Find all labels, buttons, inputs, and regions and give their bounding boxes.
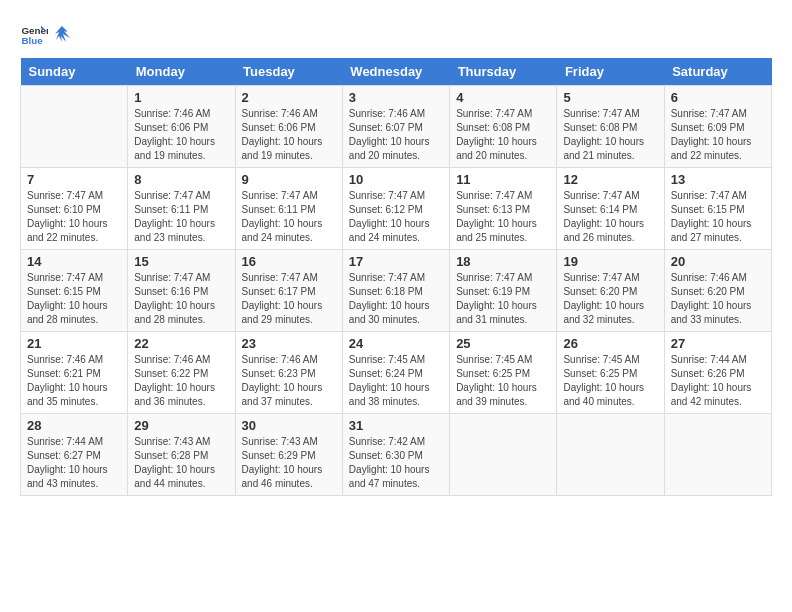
day-number: 31 — [349, 418, 443, 433]
calendar-cell: 9Sunrise: 7:47 AM Sunset: 6:11 PM Daylig… — [235, 168, 342, 250]
calendar-cell: 17Sunrise: 7:47 AM Sunset: 6:18 PM Dayli… — [342, 250, 449, 332]
day-info: Sunrise: 7:45 AM Sunset: 6:25 PM Dayligh… — [563, 353, 657, 409]
calendar-cell: 19Sunrise: 7:47 AM Sunset: 6:20 PM Dayli… — [557, 250, 664, 332]
calendar-cell: 31Sunrise: 7:42 AM Sunset: 6:30 PM Dayli… — [342, 414, 449, 496]
day-number: 4 — [456, 90, 550, 105]
day-info: Sunrise: 7:47 AM Sunset: 6:18 PM Dayligh… — [349, 271, 443, 327]
day-number: 19 — [563, 254, 657, 269]
header-monday: Monday — [128, 58, 235, 86]
day-info: Sunrise: 7:47 AM Sunset: 6:09 PM Dayligh… — [671, 107, 765, 163]
day-info: Sunrise: 7:46 AM Sunset: 6:21 PM Dayligh… — [27, 353, 121, 409]
day-number: 3 — [349, 90, 443, 105]
day-number: 18 — [456, 254, 550, 269]
calendar-cell: 3Sunrise: 7:46 AM Sunset: 6:07 PM Daylig… — [342, 86, 449, 168]
day-number: 30 — [242, 418, 336, 433]
day-info: Sunrise: 7:47 AM Sunset: 6:08 PM Dayligh… — [563, 107, 657, 163]
calendar-cell: 6Sunrise: 7:47 AM Sunset: 6:09 PM Daylig… — [664, 86, 771, 168]
day-info: Sunrise: 7:46 AM Sunset: 6:23 PM Dayligh… — [242, 353, 336, 409]
day-info: Sunrise: 7:47 AM Sunset: 6:13 PM Dayligh… — [456, 189, 550, 245]
day-info: Sunrise: 7:46 AM Sunset: 6:20 PM Dayligh… — [671, 271, 765, 327]
day-number: 5 — [563, 90, 657, 105]
day-number: 25 — [456, 336, 550, 351]
header-wednesday: Wednesday — [342, 58, 449, 86]
calendar-cell: 11Sunrise: 7:47 AM Sunset: 6:13 PM Dayli… — [450, 168, 557, 250]
day-number: 20 — [671, 254, 765, 269]
day-info: Sunrise: 7:47 AM Sunset: 6:15 PM Dayligh… — [27, 271, 121, 327]
day-number: 8 — [134, 172, 228, 187]
day-number: 16 — [242, 254, 336, 269]
day-info: Sunrise: 7:46 AM Sunset: 6:06 PM Dayligh… — [242, 107, 336, 163]
day-info: Sunrise: 7:42 AM Sunset: 6:30 PM Dayligh… — [349, 435, 443, 491]
calendar-week-4: 21Sunrise: 7:46 AM Sunset: 6:21 PM Dayli… — [21, 332, 772, 414]
day-info: Sunrise: 7:47 AM Sunset: 6:10 PM Dayligh… — [27, 189, 121, 245]
calendar-cell: 12Sunrise: 7:47 AM Sunset: 6:14 PM Dayli… — [557, 168, 664, 250]
day-number: 22 — [134, 336, 228, 351]
day-number: 14 — [27, 254, 121, 269]
calendar-cell: 10Sunrise: 7:47 AM Sunset: 6:12 PM Dayli… — [342, 168, 449, 250]
day-number: 12 — [563, 172, 657, 187]
calendar-week-1: 1Sunrise: 7:46 AM Sunset: 6:06 PM Daylig… — [21, 86, 772, 168]
calendar-cell: 4Sunrise: 7:47 AM Sunset: 6:08 PM Daylig… — [450, 86, 557, 168]
day-info: Sunrise: 7:46 AM Sunset: 6:07 PM Dayligh… — [349, 107, 443, 163]
calendar-cell — [664, 414, 771, 496]
day-info: Sunrise: 7:43 AM Sunset: 6:29 PM Dayligh… — [242, 435, 336, 491]
day-number: 1 — [134, 90, 228, 105]
day-info: Sunrise: 7:43 AM Sunset: 6:28 PM Dayligh… — [134, 435, 228, 491]
day-info: Sunrise: 7:47 AM Sunset: 6:19 PM Dayligh… — [456, 271, 550, 327]
day-number: 28 — [27, 418, 121, 433]
logo-icon: General Blue — [20, 20, 48, 48]
calendar-cell: 14Sunrise: 7:47 AM Sunset: 6:15 PM Dayli… — [21, 250, 128, 332]
calendar-cell: 20Sunrise: 7:46 AM Sunset: 6:20 PM Dayli… — [664, 250, 771, 332]
calendar-cell — [450, 414, 557, 496]
day-number: 24 — [349, 336, 443, 351]
calendar-cell: 7Sunrise: 7:47 AM Sunset: 6:10 PM Daylig… — [21, 168, 128, 250]
day-number: 27 — [671, 336, 765, 351]
day-number: 29 — [134, 418, 228, 433]
calendar-cell: 30Sunrise: 7:43 AM Sunset: 6:29 PM Dayli… — [235, 414, 342, 496]
calendar-cell — [21, 86, 128, 168]
day-info: Sunrise: 7:45 AM Sunset: 6:25 PM Dayligh… — [456, 353, 550, 409]
calendar-cell: 18Sunrise: 7:47 AM Sunset: 6:19 PM Dayli… — [450, 250, 557, 332]
calendar-cell: 28Sunrise: 7:44 AM Sunset: 6:27 PM Dayli… — [21, 414, 128, 496]
day-info: Sunrise: 7:46 AM Sunset: 6:22 PM Dayligh… — [134, 353, 228, 409]
calendar-cell: 27Sunrise: 7:44 AM Sunset: 6:26 PM Dayli… — [664, 332, 771, 414]
logo-bird-icon — [54, 24, 70, 44]
day-number: 13 — [671, 172, 765, 187]
calendar-header-row: SundayMondayTuesdayWednesdayThursdayFrid… — [21, 58, 772, 86]
header-friday: Friday — [557, 58, 664, 86]
calendar-cell: 22Sunrise: 7:46 AM Sunset: 6:22 PM Dayli… — [128, 332, 235, 414]
calendar-week-3: 14Sunrise: 7:47 AM Sunset: 6:15 PM Dayli… — [21, 250, 772, 332]
header-saturday: Saturday — [664, 58, 771, 86]
calendar-cell: 21Sunrise: 7:46 AM Sunset: 6:21 PM Dayli… — [21, 332, 128, 414]
day-number: 17 — [349, 254, 443, 269]
calendar-week-2: 7Sunrise: 7:47 AM Sunset: 6:10 PM Daylig… — [21, 168, 772, 250]
day-info: Sunrise: 7:46 AM Sunset: 6:06 PM Dayligh… — [134, 107, 228, 163]
calendar-cell: 15Sunrise: 7:47 AM Sunset: 6:16 PM Dayli… — [128, 250, 235, 332]
day-info: Sunrise: 7:47 AM Sunset: 6:20 PM Dayligh… — [563, 271, 657, 327]
day-info: Sunrise: 7:47 AM Sunset: 6:08 PM Dayligh… — [456, 107, 550, 163]
calendar-week-5: 28Sunrise: 7:44 AM Sunset: 6:27 PM Dayli… — [21, 414, 772, 496]
header-sunday: Sunday — [21, 58, 128, 86]
day-info: Sunrise: 7:47 AM Sunset: 6:16 PM Dayligh… — [134, 271, 228, 327]
day-number: 9 — [242, 172, 336, 187]
calendar-cell: 26Sunrise: 7:45 AM Sunset: 6:25 PM Dayli… — [557, 332, 664, 414]
day-info: Sunrise: 7:47 AM Sunset: 6:17 PM Dayligh… — [242, 271, 336, 327]
calendar-cell: 13Sunrise: 7:47 AM Sunset: 6:15 PM Dayli… — [664, 168, 771, 250]
calendar-cell: 1Sunrise: 7:46 AM Sunset: 6:06 PM Daylig… — [128, 86, 235, 168]
day-info: Sunrise: 7:47 AM Sunset: 6:15 PM Dayligh… — [671, 189, 765, 245]
day-number: 6 — [671, 90, 765, 105]
logo: General Blue — [20, 20, 70, 48]
calendar-cell: 2Sunrise: 7:46 AM Sunset: 6:06 PM Daylig… — [235, 86, 342, 168]
day-info: Sunrise: 7:47 AM Sunset: 6:11 PM Dayligh… — [134, 189, 228, 245]
calendar-cell: 24Sunrise: 7:45 AM Sunset: 6:24 PM Dayli… — [342, 332, 449, 414]
day-number: 26 — [563, 336, 657, 351]
header-tuesday: Tuesday — [235, 58, 342, 86]
calendar-cell: 5Sunrise: 7:47 AM Sunset: 6:08 PM Daylig… — [557, 86, 664, 168]
day-number: 23 — [242, 336, 336, 351]
page-header: General Blue — [20, 20, 772, 48]
calendar-cell: 8Sunrise: 7:47 AM Sunset: 6:11 PM Daylig… — [128, 168, 235, 250]
day-number: 11 — [456, 172, 550, 187]
day-number: 10 — [349, 172, 443, 187]
day-info: Sunrise: 7:47 AM Sunset: 6:14 PM Dayligh… — [563, 189, 657, 245]
day-info: Sunrise: 7:44 AM Sunset: 6:26 PM Dayligh… — [671, 353, 765, 409]
